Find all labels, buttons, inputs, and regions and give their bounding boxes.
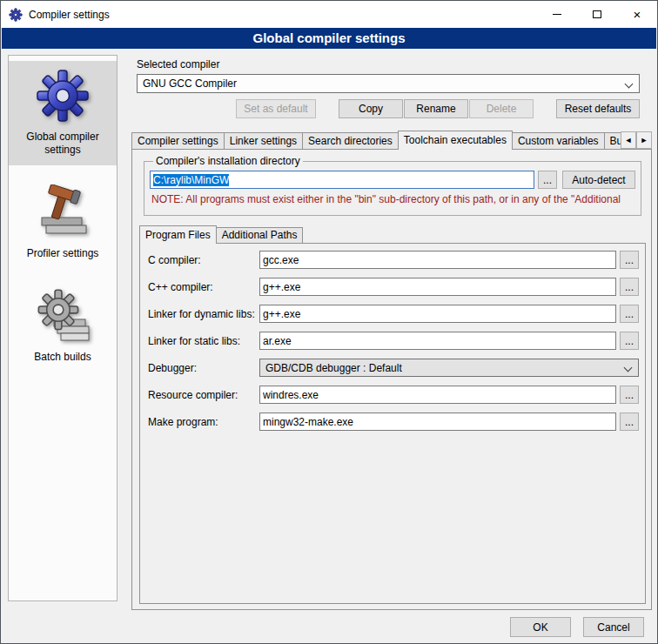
make-program-label: Make program:	[148, 416, 259, 428]
compiler-select[interactable]: GNU GCC Compiler	[137, 74, 640, 93]
minimize-icon	[553, 14, 561, 15]
window-title: Compiler settings	[29, 9, 110, 21]
page-title: Global compiler settings	[2, 28, 656, 49]
titlebar: Compiler settings ×	[1, 1, 657, 28]
debugger-row: Debugger: GDB/CDB debugger : Default	[148, 359, 639, 377]
program-files-panel: C compiler: ... C++ compiler: ... Linker…	[139, 243, 646, 604]
sidebar-item-label: Global compiler settings	[10, 131, 115, 157]
maximize-icon	[593, 10, 601, 18]
sidebar-item-profiler-settings[interactable]: Profiler settings	[9, 178, 117, 269]
subtab-additional-paths[interactable]: Additional Paths	[216, 227, 304, 243]
install-dir-groupbox: Compiler's installation directory C:\ray…	[144, 155, 641, 216]
cpp-compiler-browse-button[interactable]: ...	[620, 278, 639, 296]
c-compiler-input[interactable]	[259, 251, 616, 269]
tab-custom-variables[interactable]: Custom variables	[512, 132, 605, 149]
static-linker-row: Linker for static libs: ...	[148, 332, 639, 350]
subtab-program-files[interactable]: Program Files	[139, 225, 217, 244]
sidebar-item-label: Profiler settings	[10, 247, 115, 260]
make-program-row: Make program: ...	[148, 413, 639, 431]
gray-gears-icon	[35, 288, 91, 344]
compiler-buttons-row: Set as default Copy Rename Delete Reset …	[137, 99, 640, 118]
tab-linker-settings[interactable]: Linker settings	[224, 132, 303, 149]
chevron-down-icon	[625, 80, 634, 89]
app-icon	[9, 8, 23, 22]
close-icon: ×	[634, 8, 641, 21]
cpp-compiler-label: C++ compiler:	[148, 281, 259, 293]
blue-gear-icon	[35, 68, 91, 124]
program-files-tabstrip: Program Files Additional Paths	[139, 225, 302, 244]
resource-compiler-browse-button[interactable]: ...	[620, 386, 639, 404]
install-dir-input[interactable]: C:\raylib\MinGW	[150, 171, 534, 189]
static-linker-input[interactable]	[259, 332, 616, 350]
note-text: NOTE: All programs must exist either in …	[151, 193, 635, 205]
tab-toolchain-executables[interactable]: Toolchain executables	[398, 131, 513, 150]
sidebar-item-label: Batch builds	[10, 351, 115, 364]
ok-button[interactable]: OK	[510, 617, 571, 637]
cancel-button[interactable]: Cancel	[583, 617, 644, 637]
settings-tabstrip: Compiler settings Linker settings Search…	[131, 131, 652, 150]
dynamic-linker-row: Linker for dynamic libs: ...	[148, 305, 639, 323]
static-linker-browse-button[interactable]: ...	[620, 332, 639, 350]
sidebar: Global compiler settings Profiler settin…	[8, 55, 118, 601]
delete-button[interactable]: Delete	[469, 99, 534, 118]
selected-compiler-label: Selected compiler	[137, 58, 219, 70]
c-compiler-label: C compiler:	[148, 254, 259, 266]
debugger-label: Debugger:	[148, 362, 259, 374]
c-compiler-row: C compiler: ...	[148, 251, 639, 269]
compiler-settings-dialog: Compiler settings × Global compiler sett…	[0, 0, 658, 644]
dynamic-linker-input[interactable]	[259, 305, 616, 323]
debugger-select[interactable]: GDB/CDB debugger : Default	[259, 359, 639, 377]
make-program-browse-button[interactable]: ...	[620, 413, 639, 431]
reset-defaults-button[interactable]: Reset defaults	[556, 99, 640, 118]
autodetect-button[interactable]: Auto-detect	[562, 171, 635, 189]
profiler-icon	[35, 184, 91, 240]
resource-compiler-row: Resource compiler: ...	[148, 386, 639, 404]
sidebar-item-global-compiler-settings[interactable]: Global compiler settings	[9, 61, 117, 165]
dynamic-linker-label: Linker for dynamic libs:	[148, 308, 259, 320]
cpp-compiler-row: C++ compiler: ...	[148, 278, 639, 296]
close-button[interactable]: ×	[617, 1, 657, 28]
static-linker-label: Linker for static libs:	[148, 335, 259, 347]
debugger-select-value: GDB/CDB debugger : Default	[265, 362, 402, 374]
tab-scroll-right-button[interactable]: ►	[636, 131, 652, 149]
resource-compiler-label: Resource compiler:	[148, 389, 259, 401]
toolchain-executables-panel: Compiler's installation directory C:\ray…	[131, 149, 652, 610]
chevron-down-icon	[624, 364, 633, 372]
compiler-select-value: GNU GCC Compiler	[143, 77, 237, 90]
cpp-compiler-input[interactable]	[259, 278, 616, 296]
set-as-default-button[interactable]: Set as default	[236, 99, 316, 118]
resource-compiler-input[interactable]	[259, 386, 616, 404]
rename-button[interactable]: Rename	[404, 99, 468, 118]
tab-search-directories[interactable]: Search directories	[302, 132, 399, 149]
install-dir-browse-button[interactable]: ...	[538, 171, 557, 189]
install-dir-group-label: Compiler's installation directory	[153, 155, 303, 167]
tab-compiler-settings[interactable]: Compiler settings	[131, 132, 225, 149]
make-program-input[interactable]	[259, 413, 616, 431]
install-dir-selected-text: C:\raylib\MinGW	[153, 174, 229, 186]
tab-scroll-left-button[interactable]: ◄	[621, 131, 636, 149]
dynamic-linker-browse-button[interactable]: ...	[620, 305, 639, 323]
copy-button[interactable]: Copy	[339, 99, 403, 118]
sidebar-item-batch-builds[interactable]: Batch builds	[9, 281, 117, 372]
c-compiler-browse-button[interactable]: ...	[620, 251, 639, 269]
minimize-button[interactable]	[537, 1, 577, 28]
maximize-button[interactable]	[577, 1, 617, 28]
